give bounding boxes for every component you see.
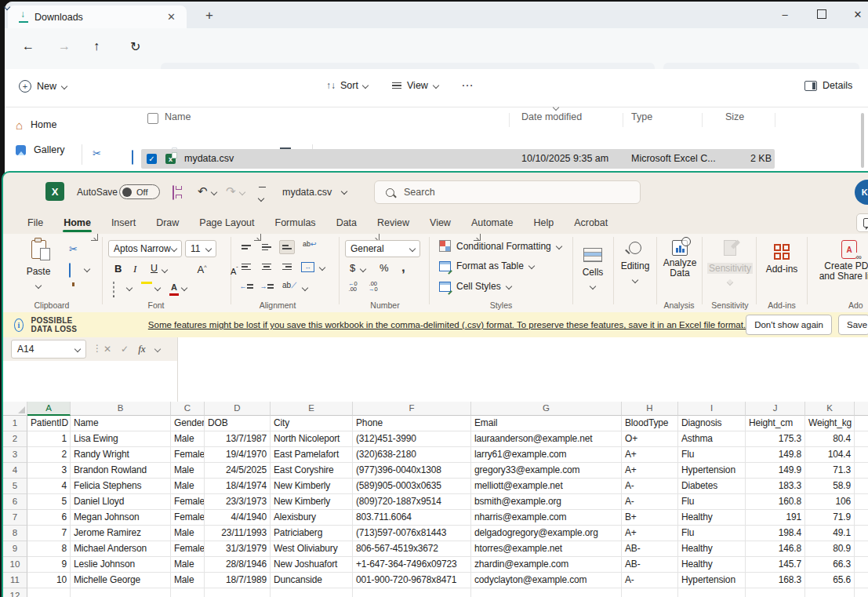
create-pdf-button[interactable]: A Create PDFand Share link — [814, 240, 868, 282]
orientation-dropdown-icon[interactable] — [302, 285, 308, 291]
cell-A12[interactable] — [27, 588, 71, 597]
column-header-J[interactable]: J — [746, 402, 805, 416]
cell-J12[interactable] — [746, 588, 805, 597]
ribbon-tab-automate[interactable]: Automate — [463, 214, 522, 231]
cell-G10[interactable]: zhardin@example.com — [471, 557, 622, 573]
merge-dropdown-icon[interactable] — [319, 264, 325, 271]
cell-G3[interactable]: larry61@example.com — [471, 447, 622, 463]
cell-A3[interactable]: 2 — [27, 447, 71, 463]
cell-F10[interactable]: +1-647-364-7496x09723 — [353, 557, 471, 573]
cell-J11[interactable]: 168.3 — [746, 573, 805, 588]
undo-button[interactable]: ↶ — [198, 184, 208, 198]
cell-A11[interactable]: 10 — [27, 573, 71, 588]
select-all-corner[interactable] — [3, 402, 27, 416]
cell-K4[interactable]: 71.3 — [805, 463, 855, 479]
chevron-down-icon[interactable] — [154, 346, 160, 352]
redo-dropdown-icon[interactable] — [239, 189, 245, 195]
cell-E10[interactable]: New Joshuafort — [271, 557, 353, 573]
cell-F4[interactable]: (977)396-0040x1308 — [353, 463, 471, 479]
row-header-1[interactable]: 1 — [3, 416, 27, 431]
sensitivity-button[interactable]: Sensitivity — [707, 240, 753, 288]
cell-I9[interactable]: Healthy — [678, 541, 746, 557]
sidebar-item-gallery[interactable]: Gallery — [16, 140, 133, 160]
column-header-H[interactable]: H — [622, 402, 678, 416]
cell-A1[interactable]: PatientID — [27, 416, 71, 431]
cell-B5[interactable]: Felicia Stephens — [71, 479, 171, 494]
cell-K1[interactable]: Weight_kg — [805, 416, 855, 431]
column-header-E[interactable]: E — [271, 402, 353, 416]
cell-B8[interactable]: Jerome Ramirez — [71, 526, 171, 541]
cell-E11[interactable]: Duncanside — [271, 573, 353, 588]
cell-K5[interactable]: 58.9 — [805, 479, 855, 494]
column-header-type[interactable]: Type — [631, 111, 652, 122]
ribbon-tab-file[interactable]: File — [19, 214, 52, 231]
row-header-7[interactable]: 7 — [3, 510, 27, 526]
back-button[interactable]: ← — [22, 39, 35, 53]
sort-button[interactable]: ↑↓ Sort — [326, 80, 368, 91]
orientation-button[interactable]: ab⟋ — [282, 281, 296, 290]
new-tab-button[interactable]: + — [205, 8, 213, 24]
undo-dropdown-icon[interactable] — [211, 189, 217, 195]
cell-C2[interactable]: Male — [171, 431, 205, 447]
row-header-11[interactable]: 11 — [3, 573, 27, 588]
percent-button[interactable]: % — [380, 262, 389, 274]
explorer-scrollbar[interactable] — [861, 113, 864, 168]
cell-C4[interactable]: Male — [171, 463, 205, 479]
cell-I12[interactable] — [678, 588, 746, 597]
cell-B3[interactable]: Randy Wright — [71, 447, 171, 463]
save-as-button[interactable]: Save As... — [838, 315, 868, 335]
cell-H9[interactable]: AB- — [622, 541, 678, 557]
tab-close-icon[interactable]: ✕ — [162, 11, 180, 23]
cell-G6[interactable]: bsmith@example.org — [471, 494, 622, 510]
excel-app-icon[interactable]: X — [45, 182, 64, 201]
borders-dropdown-icon[interactable] — [126, 285, 133, 291]
ribbon-tab-view[interactable]: View — [421, 214, 459, 231]
shrink-font-button[interactable]: Aˇ — [231, 267, 238, 276]
cells-button[interactable]: Cells — [576, 242, 610, 292]
cell-H1[interactable]: BloodType — [622, 416, 678, 431]
cell-J9[interactable]: 146.8 — [746, 541, 805, 557]
workbook-filename[interactable]: mydata.csv — [282, 187, 332, 198]
cell-J6[interactable]: 160.8 — [746, 494, 805, 510]
column-header-date-modified[interactable]: Date modified — [521, 111, 582, 122]
cell-H3[interactable]: A+ — [622, 447, 678, 463]
font-name-select[interactable]: Aptos Narrow — [108, 240, 182, 257]
increase-decimal-button[interactable]: ←0.00 — [348, 281, 358, 292]
column-header-I[interactable]: I — [678, 402, 746, 416]
align-right-button[interactable] — [279, 260, 295, 274]
row-header-8[interactable]: 8 — [3, 526, 27, 541]
cell-E5[interactable]: New Kimberly — [271, 479, 353, 494]
cell-C3[interactable]: Female — [171, 447, 205, 463]
ribbon-tab-review[interactable]: Review — [369, 214, 418, 231]
conditional-formatting-button[interactable]: Conditional Formatting — [439, 240, 561, 252]
cell-F9[interactable]: 806-567-4519x3672 — [353, 541, 471, 557]
cell-B6[interactable]: Daniel Lloyd — [71, 494, 171, 510]
cell-A8[interactable]: 7 — [27, 526, 71, 541]
cell-K9[interactable]: 80.9 — [805, 541, 855, 557]
cell-H4[interactable]: A+ — [622, 463, 678, 479]
column-header-B[interactable]: B — [71, 402, 171, 416]
warning-message-link[interactable]: Some features might be lost if you save … — [148, 320, 746, 329]
column-header-A[interactable]: A — [27, 402, 71, 416]
cell-D6[interactable]: 23/3/1973 — [205, 494, 271, 510]
cell-K11[interactable]: 65.6 — [805, 573, 855, 588]
cell-G11[interactable]: codyclayton@example.com — [471, 573, 622, 588]
column-header-F[interactable]: F — [353, 402, 471, 416]
cell-F11[interactable]: 001-900-720-9678x8471 — [353, 573, 471, 588]
save-button[interactable] — [173, 186, 174, 200]
cell-B10[interactable]: Leslie Johnson — [71, 557, 171, 573]
cell-J10[interactable]: 145.7 — [746, 557, 805, 573]
cell-F8[interactable]: (713)597-0076x81443 — [353, 526, 471, 541]
close-button[interactable]: ✕ — [842, 2, 868, 27]
cell-K12[interactable] — [805, 588, 855, 597]
bold-button[interactable]: B — [114, 263, 122, 275]
decrease-decimal-button[interactable]: .00→0 — [369, 281, 378, 292]
cell-E2[interactable]: North Nicoleport — [271, 431, 353, 447]
grow-font-button[interactable]: A^ — [197, 264, 206, 275]
cell-J2[interactable]: 175.3 — [746, 431, 805, 447]
cell-I6[interactable]: Flu — [678, 494, 746, 510]
cell-G9[interactable]: htorres@example.net — [471, 541, 622, 557]
ribbon-tab-home[interactable]: Home — [55, 214, 100, 231]
cell-H2[interactable]: O+ — [622, 431, 678, 447]
cell-D2[interactable]: 13/7/1987 — [205, 431, 271, 447]
